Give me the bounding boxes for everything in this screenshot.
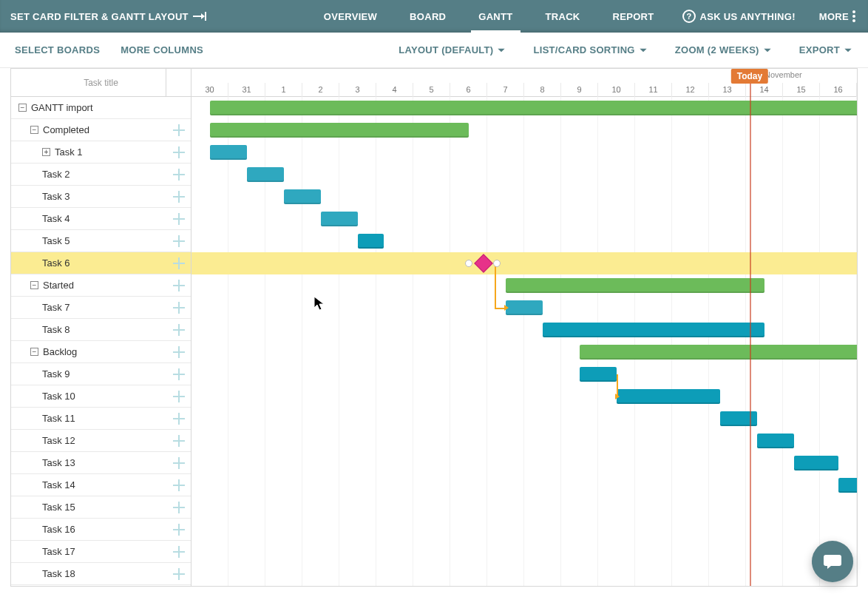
chat-button[interactable] — [812, 541, 853, 582]
gantt-bar[interactable] — [210, 123, 469, 138]
gantt-row — [191, 430, 857, 452]
task-row[interactable]: −GANTT import — [11, 97, 191, 119]
collapse-icon[interactable]: − — [30, 348, 38, 356]
task-row[interactable]: Task 9 — [11, 363, 191, 385]
task-row[interactable]: −Started — [11, 274, 191, 297]
task-row[interactable]: −Backlog — [11, 341, 191, 363]
task-row[interactable]: +Task 1 — [11, 141, 191, 163]
gantt-bar[interactable] — [358, 234, 384, 249]
add-task-icon[interactable] — [173, 435, 185, 447]
task-row[interactable]: Task 2 — [11, 163, 191, 186]
task-label: Backlog — [43, 346, 77, 357]
gantt-bar[interactable] — [617, 389, 720, 404]
select-boards-button[interactable]: SELECT BOARDS — [15, 44, 100, 55]
collapse-icon[interactable]: − — [30, 126, 38, 134]
task-row[interactable]: Task 6 — [11, 252, 191, 274]
gantt-bar[interactable] — [247, 167, 284, 182]
gantt-bar[interactable] — [838, 478, 857, 493]
add-task-icon[interactable] — [173, 257, 185, 269]
nav-tab-report[interactable]: REPORT — [597, 0, 671, 33]
filter-layout-button[interactable]: SET CARD FILTER & GANTT LAYOUT — [0, 0, 217, 33]
add-task-icon[interactable] — [173, 191, 185, 203]
add-task-icon[interactable] — [173, 146, 185, 158]
add-task-icon[interactable] — [173, 235, 185, 247]
gantt-row — [191, 163, 857, 186]
task-label: Task 7 — [42, 302, 70, 313]
task-row[interactable]: Task 8 — [11, 319, 191, 341]
gantt-bar[interactable] — [580, 367, 617, 382]
task-row[interactable]: Task 10 — [11, 385, 191, 408]
add-task-icon[interactable] — [173, 568, 185, 580]
task-row[interactable]: Task 4 — [11, 208, 191, 230]
more-menu-button[interactable]: MORE — [807, 10, 868, 23]
task-row[interactable]: Task 11 — [11, 408, 191, 430]
add-task-icon[interactable] — [173, 169, 185, 181]
nav-tab-gantt[interactable]: GANTT — [462, 0, 529, 33]
task-row[interactable]: Task 17 — [11, 541, 191, 563]
gantt-bar[interactable] — [720, 411, 757, 426]
add-task-icon[interactable] — [173, 524, 185, 536]
gantt-bar[interactable] — [506, 278, 764, 293]
gantt-bar[interactable] — [506, 300, 543, 315]
nav-tab-track[interactable]: TRACK — [529, 0, 597, 33]
milestone-handle[interactable] — [493, 260, 501, 267]
collapse-icon[interactable]: − — [30, 281, 38, 289]
add-task-icon[interactable] — [173, 413, 185, 425]
gantt-bar[interactable] — [210, 101, 857, 115]
add-task-icon[interactable] — [173, 502, 185, 513]
add-task-icon[interactable] — [173, 346, 185, 358]
task-row[interactable]: Task 15 — [11, 496, 191, 519]
task-row[interactable]: Task 3 — [11, 186, 191, 208]
day-header-cell: 12 — [672, 83, 709, 97]
task-row[interactable]: Task 18 — [11, 563, 191, 585]
add-task-icon[interactable] — [173, 546, 185, 558]
task-row[interactable]: Task 16 — [11, 519, 191, 541]
gantt-row — [191, 452, 857, 474]
task-label: Task 13 — [42, 457, 75, 468]
task-row[interactable]: Task 13 — [11, 452, 191, 474]
task-label: Task 3 — [42, 191, 70, 202]
task-row[interactable]: Task 14 — [11, 474, 191, 496]
day-header-cell: 2 — [302, 83, 339, 97]
expand-icon[interactable]: + — [42, 148, 50, 156]
ask-label: ASK US ANYTHING! — [700, 11, 796, 22]
zoom-dropdown[interactable]: ZOOM (2 WEEKS) — [675, 44, 773, 55]
add-task-icon[interactable] — [173, 457, 185, 469]
gantt-bar[interactable] — [284, 189, 321, 204]
gantt-bar[interactable] — [580, 345, 857, 360]
add-task-icon[interactable] — [173, 280, 185, 291]
more-columns-button[interactable]: MORE COLUMNS — [121, 44, 203, 55]
add-task-icon[interactable] — [173, 391, 185, 402]
gantt-bar[interactable] — [757, 434, 794, 448]
task-row[interactable]: Task 5 — [11, 230, 191, 252]
day-header-cell: 8 — [524, 83, 561, 97]
add-task-icon[interactable] — [173, 124, 185, 136]
export-dropdown[interactable]: EXPORT — [799, 44, 853, 55]
add-task-icon[interactable] — [173, 324, 185, 336]
task-label: Task 14 — [42, 479, 75, 490]
nav-tab-overview[interactable]: OVERVIEW — [308, 0, 393, 33]
gantt-row — [191, 319, 857, 341]
nav-tab-board[interactable]: BOARD — [393, 0, 462, 33]
gantt-bar[interactable] — [321, 212, 358, 226]
task-row[interactable]: Task 7 — [11, 297, 191, 319]
gantt-row — [191, 541, 857, 563]
add-task-icon[interactable] — [173, 302, 185, 314]
gantt-bar[interactable] — [794, 456, 838, 470]
ask-us-anything-button[interactable]: ? ASK US ANYTHING! — [671, 10, 807, 23]
day-header-cell: 30 — [191, 83, 228, 97]
gantt-bar[interactable] — [210, 145, 247, 160]
milestone-handle[interactable] — [465, 260, 472, 267]
collapse-icon[interactable]: − — [18, 104, 27, 112]
add-task-icon[interactable] — [173, 368, 185, 380]
gantt-bar[interactable] — [543, 323, 764, 337]
add-task-icon[interactable] — [173, 213, 185, 225]
svg-rect-0 — [205, 12, 206, 21]
layout-dropdown[interactable]: LAYOUT (DEFAULT) — [399, 44, 506, 55]
milestone-diamond[interactable] — [474, 254, 492, 272]
add-task-icon[interactable] — [173, 479, 185, 491]
task-row[interactable]: −Completed — [11, 119, 191, 141]
task-row[interactable]: Task 12 — [11, 430, 191, 452]
timeline-pane[interactable]: November 30311234567891011121314151617 T… — [191, 69, 857, 586]
sorting-dropdown[interactable]: LIST/CARD SORTING — [533, 44, 648, 55]
